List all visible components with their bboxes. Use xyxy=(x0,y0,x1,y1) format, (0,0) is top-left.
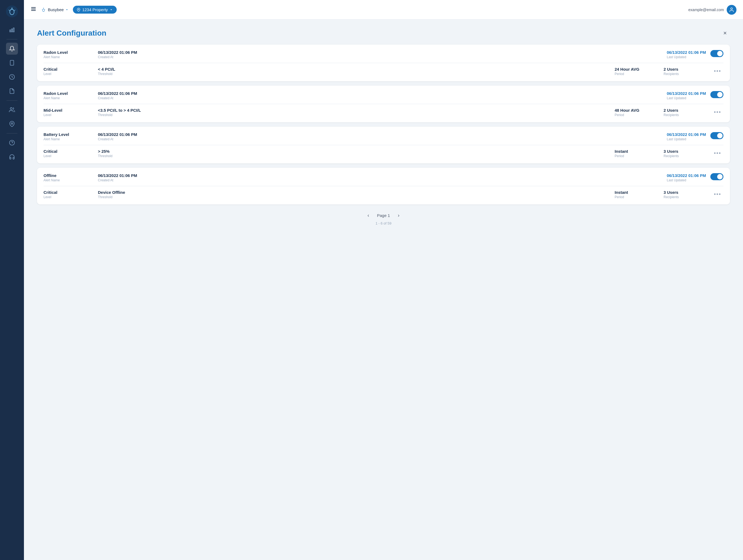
sidebar-divider-3 xyxy=(6,133,17,134)
alert-level-label: Level xyxy=(44,113,98,117)
alert-more-options-button[interactable]: ••• xyxy=(712,108,724,116)
card-bottom-row: Critical Level > 25% Threshold Instant P… xyxy=(44,149,724,158)
svg-point-23 xyxy=(731,8,733,9)
card-top-row: Offline Alert Name 06/13/2022 01:06 PM C… xyxy=(44,173,724,186)
alert-period-label: Period xyxy=(615,154,664,158)
alert-actions-col: ••• xyxy=(707,108,724,116)
close-button[interactable]: × xyxy=(720,28,730,38)
alert-toggle[interactable] xyxy=(710,132,724,139)
alert-card: Battery Level Alert Name 06/13/2022 01:0… xyxy=(37,127,730,164)
alert-created-label: Created At xyxy=(98,55,653,59)
alert-recipients-label: Recipients xyxy=(664,113,707,117)
sidebar-item-mobile[interactable] xyxy=(6,57,18,69)
card-bottom-row: Critical Level Device Offline Threshold … xyxy=(44,190,724,199)
alert-actions-col: ••• xyxy=(707,67,724,75)
content-area: Alert Configuration × Radon Level Alert … xyxy=(24,19,743,560)
alert-recipients-value: 3 Users xyxy=(664,190,707,195)
alert-updated-group: 06/13/2022 01:06 PM Last Updated xyxy=(667,50,706,59)
alert-name-col: Battery Level Alert Name xyxy=(44,132,98,141)
alert-threshold-label: Threshold xyxy=(98,72,615,76)
svg-point-10 xyxy=(10,108,12,109)
sidebar xyxy=(0,0,24,560)
alert-created-label: Created At xyxy=(98,137,653,141)
alert-level-col: Critical Level xyxy=(44,190,98,199)
alert-created-label: Created At xyxy=(98,178,653,182)
alert-created-label: Created At xyxy=(98,96,653,100)
sidebar-item-reports[interactable] xyxy=(6,85,18,97)
alert-created-value: 06/13/2022 01:06 PM xyxy=(98,50,653,55)
card-top-row: Radon Level Alert Name 06/13/2022 01:06 … xyxy=(44,50,724,63)
alert-name-value: Offline xyxy=(44,173,98,178)
alert-recipients-value: 3 Users xyxy=(664,149,707,153)
alert-updated-label: Last Updated xyxy=(667,137,706,141)
user-avatar[interactable] xyxy=(727,5,737,15)
sidebar-item-location[interactable] xyxy=(6,118,18,130)
sidebar-item-alerts[interactable] xyxy=(6,43,18,55)
page-range-label: 1 - 6 of 59 xyxy=(376,221,392,225)
page-header: Alert Configuration × xyxy=(37,28,730,38)
sidebar-item-charts[interactable] xyxy=(6,24,18,36)
alert-name-col: Radon Level Alert Name xyxy=(44,91,98,100)
alert-name-label: Alert Name xyxy=(44,178,98,182)
alert-actions-col: ••• xyxy=(707,190,724,198)
alert-threshold-col: < 4 PCI/L Threshold xyxy=(98,67,615,76)
app-logo[interactable] xyxy=(6,5,18,17)
alert-created-col: 06/13/2022 01:06 PM Created At xyxy=(98,91,653,100)
alert-name-label: Alert Name xyxy=(44,137,98,141)
alert-level-col: Critical Level xyxy=(44,67,98,76)
alert-recipients-label: Recipients xyxy=(664,72,707,76)
card-top-row: Battery Level Alert Name 06/13/2022 01:0… xyxy=(44,132,724,145)
alert-actions-col: ••• xyxy=(707,149,724,157)
sidebar-item-users[interactable] xyxy=(6,104,18,116)
alert-period-col: Instant Period xyxy=(615,190,664,199)
alert-updated-label: Last Updated xyxy=(667,178,706,182)
alert-name-col: Radon Level Alert Name xyxy=(44,50,98,59)
alert-name-value: Battery Level xyxy=(44,132,98,137)
alert-updated-col: 06/13/2022 01:06 PM Last Updated xyxy=(653,91,724,100)
svg-point-22 xyxy=(78,9,79,10)
sidebar-item-support[interactable] xyxy=(6,151,18,163)
prev-page-button[interactable]: ‹ xyxy=(364,211,373,220)
alert-created-col: 06/13/2022 01:06 PM Created At xyxy=(98,173,653,182)
svg-rect-6 xyxy=(13,28,14,32)
alert-recipients-col: 2 Users Recipients xyxy=(664,67,707,76)
alert-level-col: Mid-Level Level xyxy=(44,108,98,117)
alert-more-options-button[interactable]: ••• xyxy=(712,67,724,75)
alert-recipients-value: 2 Users xyxy=(664,67,707,72)
alert-recipients-col: 2 Users Recipients xyxy=(664,108,707,117)
alert-toggle[interactable] xyxy=(710,173,724,180)
card-bottom-row: Mid-Level Level <3.5 PCI/L to > 4 PCI/L … xyxy=(44,108,724,117)
alert-period-label: Period xyxy=(615,72,664,76)
page-title: Alert Configuration xyxy=(37,29,106,38)
alert-level-label: Level xyxy=(44,154,98,158)
alert-name-col: Offline Alert Name xyxy=(44,173,98,182)
alert-created-col: 06/13/2022 01:06 PM Created At xyxy=(98,50,653,59)
alert-period-value: 48 Hour AVG xyxy=(615,108,664,112)
alert-level-label: Level xyxy=(44,72,98,76)
alert-updated-label: Last Updated xyxy=(667,55,706,59)
alert-toggle[interactable] xyxy=(710,50,724,57)
alert-period-value: Instant xyxy=(615,190,664,195)
next-page-button[interactable]: › xyxy=(394,211,403,220)
hamburger-menu[interactable] xyxy=(31,6,36,13)
alert-more-options-button[interactable]: ••• xyxy=(712,190,724,198)
alert-recipients-label: Recipients xyxy=(664,154,707,158)
sidebar-item-help[interactable] xyxy=(6,137,18,149)
alert-threshold-col: <3.5 PCI/L to > 4 PCI/L Threshold xyxy=(98,108,615,117)
alert-toggle[interactable] xyxy=(710,91,724,98)
alert-name-value: Radon Level xyxy=(44,50,98,55)
sidebar-item-history[interactable] xyxy=(6,71,18,83)
alert-created-value: 06/13/2022 01:06 PM xyxy=(98,132,653,137)
alert-updated-label: Last Updated xyxy=(667,96,706,100)
alert-more-options-button[interactable]: ••• xyxy=(712,149,724,157)
alert-card: Radon Level Alert Name 06/13/2022 01:06 … xyxy=(37,86,730,122)
alert-created-value: 06/13/2022 01:06 PM xyxy=(98,173,653,178)
alert-level-value: Critical xyxy=(44,149,98,153)
property-selector[interactable]: 1234 Property xyxy=(73,6,117,13)
svg-line-20 xyxy=(42,9,42,10)
alert-level-value: Critical xyxy=(44,67,98,72)
user-email: example@email.com xyxy=(688,8,724,12)
alert-updated-col: 06/13/2022 01:06 PM Last Updated xyxy=(653,132,724,141)
brand-selector[interactable]: Busybee xyxy=(41,7,69,12)
sidebar-divider-2 xyxy=(6,100,17,101)
